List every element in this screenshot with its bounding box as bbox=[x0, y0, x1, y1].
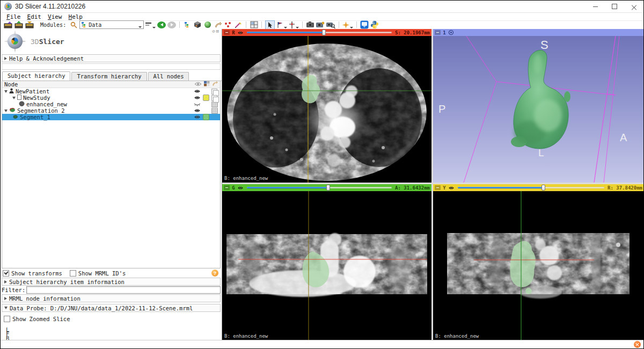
green-slice-view[interactable]: G A: 31.6432mm bbox=[222, 184, 431, 340]
pin-icon[interactable] bbox=[224, 30, 230, 35]
green-slice-canvas[interactable]: B: enhanced_new bbox=[222, 191, 431, 340]
module-history-forward-button[interactable] bbox=[167, 21, 176, 28]
place-markups-button[interactable] bbox=[276, 21, 287, 29]
red-slice-canvas[interactable]: B: enhanced_new bbox=[222, 36, 431, 183]
menu-edit[interactable]: Edit bbox=[24, 13, 45, 20]
favorite-annotations-module-button[interactable] bbox=[234, 21, 243, 29]
show-zoomed-slice-checkbox[interactable] bbox=[4, 316, 10, 322]
slice-offset-value: S: 20.1967mm bbox=[395, 30, 430, 35]
mouse-interaction-mode-button[interactable] bbox=[265, 20, 275, 30]
maximize-button[interactable] bbox=[605, 1, 624, 12]
mrml-node-information-section[interactable]: MRML node information bbox=[2, 294, 221, 302]
visibility-eye-icon[interactable] bbox=[194, 115, 201, 119]
item-information-section[interactable]: Subject hierarchy item information bbox=[2, 278, 221, 286]
favorite-data-module-button[interactable] bbox=[183, 21, 192, 29]
threed-view[interactable]: 1 L bbox=[433, 29, 644, 183]
capture-screenshot-button[interactable] bbox=[306, 21, 314, 29]
expander-icon[interactable] bbox=[12, 97, 16, 99]
save-scene-button[interactable] bbox=[25, 21, 34, 29]
pin-icon[interactable] bbox=[224, 185, 230, 190]
load-dicom-button[interactable] bbox=[4, 21, 13, 29]
module-panel-menu-button[interactable] bbox=[145, 21, 156, 29]
segment-color-swatch[interactable] bbox=[203, 114, 209, 120]
arrow-left-icon bbox=[160, 23, 163, 26]
tree-row-segment-1[interactable]: Segment_1 bbox=[2, 114, 220, 120]
show-transforms-label: Show transforms bbox=[11, 270, 62, 277]
scene-view-button[interactable] bbox=[316, 21, 325, 29]
show-transforms-checkbox[interactable] bbox=[3, 270, 9, 277]
toolbar-separator bbox=[179, 21, 180, 28]
segment-icon bbox=[12, 114, 18, 120]
expander-icon[interactable] bbox=[4, 110, 8, 112]
visibility-eye-icon[interactable] bbox=[194, 96, 201, 100]
modules-label: Modules: bbox=[40, 22, 66, 28]
favorite-volumes-module-button[interactable] bbox=[193, 21, 202, 29]
pin-icon[interactable] bbox=[435, 185, 441, 190]
module-selector[interactable]: Data bbox=[79, 20, 144, 29]
visibility-eye-icon[interactable] bbox=[194, 89, 201, 93]
show-mrml-ids-checkbox[interactable] bbox=[70, 270, 76, 277]
install-extensions-button[interactable] bbox=[342, 21, 353, 29]
slice-visibility-eye-icon[interactable] bbox=[448, 186, 455, 190]
module-search-icon[interactable] bbox=[69, 21, 78, 29]
cascade-icon[interactable] bbox=[211, 89, 217, 94]
close-button[interactable] bbox=[624, 1, 643, 12]
red-slice-view[interactable]: R S: 20.1967mm bbox=[222, 29, 431, 183]
tab-transform-hierarchy[interactable]: Transform hierarchy bbox=[71, 72, 147, 81]
close-panel-icon[interactable]: ⊠ bbox=[216, 28, 220, 34]
volume-icon bbox=[19, 101, 25, 107]
slice-offset-slider[interactable] bbox=[458, 185, 604, 191]
visibility-column-icon[interactable] bbox=[194, 81, 202, 88]
help-icon[interactable]: ? bbox=[211, 270, 218, 277]
color-swatch[interactable] bbox=[203, 94, 209, 101]
crosshair-button[interactable] bbox=[289, 21, 299, 29]
menu-help[interactable]: Help bbox=[65, 13, 86, 20]
restore-scene-view-button[interactable] bbox=[326, 21, 335, 29]
cascade-icon[interactable] bbox=[211, 95, 217, 101]
favorite-transforms-module-button[interactable] bbox=[214, 21, 222, 29]
threed-canvas[interactable]: L S P A bbox=[433, 36, 644, 183]
table-icon[interactable] bbox=[211, 108, 218, 114]
logo-slicer-text: Slicer bbox=[39, 38, 64, 46]
undock-panel-icon[interactable]: ⊘ bbox=[212, 28, 216, 34]
tree-row-newpatient[interactable]: NewPatient bbox=[2, 88, 220, 94]
pin-icon[interactable] bbox=[435, 30, 441, 35]
tree-row-enhanced-new[interactable]: enhanced_new bbox=[2, 101, 220, 107]
data-probe-section[interactable]: Data Probe: D:/D/JNU/data/data_1/2022-11… bbox=[2, 304, 221, 312]
visibility-eye-closed-icon[interactable] bbox=[194, 102, 201, 106]
slice-offset-slider[interactable] bbox=[247, 185, 392, 191]
tree-row-newstudy[interactable]: NewStudy bbox=[2, 94, 220, 101]
expander-icon[interactable] bbox=[4, 90, 8, 93]
yellow-slice-view[interactable]: Y R: 37.8420mm bbox=[433, 184, 644, 340]
slice-visibility-eye-icon[interactable] bbox=[237, 31, 244, 35]
transform-column-icon[interactable] bbox=[212, 81, 218, 88]
item-information-label: Subject hierarchy item information bbox=[9, 279, 125, 285]
load-data-button[interactable] bbox=[14, 21, 24, 29]
segmentation-icon bbox=[9, 107, 16, 114]
error-log-button[interactable] bbox=[634, 341, 641, 348]
favorite-models-module-button[interactable] bbox=[203, 21, 212, 29]
tree-row-segmentation-2[interactable]: Segmentation_2 bbox=[2, 107, 220, 114]
python-console-button[interactable] bbox=[370, 21, 379, 29]
favorite-markups-module-button[interactable] bbox=[224, 21, 232, 29]
arrow-right-icon bbox=[171, 23, 173, 26]
slice-offset-slider[interactable] bbox=[247, 30, 392, 35]
yellow-slice-canvas[interactable]: B: enhanced_new bbox=[433, 191, 644, 340]
tab-all-nodes[interactable]: All nodes bbox=[148, 72, 189, 81]
visibility-eye-icon[interactable] bbox=[194, 108, 201, 113]
minimize-button[interactable] bbox=[586, 1, 605, 12]
slice-visibility-eye-icon[interactable] bbox=[237, 186, 244, 190]
menu-file[interactable]: File bbox=[3, 13, 24, 20]
tab-subject-hierarchy[interactable]: Subject hierarchy bbox=[2, 71, 70, 81]
filter-input[interactable] bbox=[26, 286, 221, 294]
logo-3d-text: 3D bbox=[31, 38, 39, 46]
layout-selector-button[interactable] bbox=[250, 21, 258, 29]
color-column-icon[interactable] bbox=[204, 81, 210, 88]
expanded-arrow-icon bbox=[4, 307, 8, 309]
help-acknowledgement-section[interactable]: Help & Acknowledgement bbox=[2, 54, 221, 62]
extensions-manager-button[interactable] bbox=[360, 21, 369, 29]
spin-icon[interactable] bbox=[448, 30, 454, 35]
module-history-back-button[interactable] bbox=[157, 21, 166, 28]
menu-view[interactable]: View bbox=[45, 13, 65, 20]
subject-hierarchy-tree: Node NewPatient bbox=[2, 81, 221, 268]
